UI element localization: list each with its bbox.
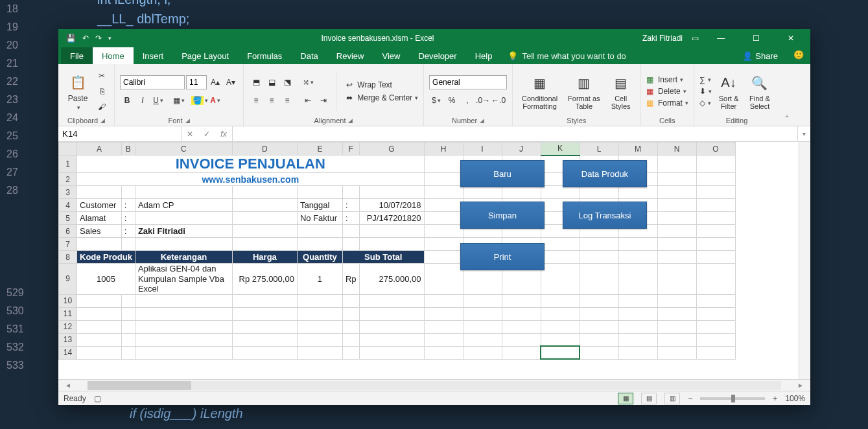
col-header-I[interactable]: I [463,143,502,156]
copy-button[interactable]: ⎘ [95,84,109,99]
cell-B11[interactable] [121,307,135,320]
cell-C8[interactable]: Keterangan [135,251,232,264]
cell-H10[interactable] [424,294,463,307]
cell-I13[interactable] [463,333,502,346]
align-middle-button[interactable]: ⬓ [264,75,279,89]
cell-C7[interactable] [135,238,232,251]
zoom-out-button[interactable]: − [688,394,692,403]
number-format-select[interactable] [429,75,507,89]
align-right-button[interactable]: ≡ [280,93,294,108]
font-dialog-icon[interactable]: ◢ [185,117,190,124]
cell-J3[interactable] [502,186,541,199]
cell-B7[interactable] [121,238,135,251]
cell-G7[interactable] [359,238,424,251]
row-header-10[interactable]: 10 [59,294,77,307]
cell-L3[interactable] [580,186,618,199]
cell-B6[interactable]: : [121,225,135,238]
row-header-13[interactable]: 13 [59,333,77,346]
merge-center-button[interactable]: ⬌ Merge & Center▾ [346,93,418,102]
align-center-button[interactable]: ≡ [264,93,279,108]
col-header-E[interactable]: E [297,143,342,156]
tab-file[interactable]: File [61,47,93,64]
cell-H6[interactable] [424,225,463,238]
cell-K11[interactable] [541,307,580,320]
cell-N4[interactable] [657,199,696,212]
cell-H9[interactable] [424,264,463,295]
cell-O1[interactable] [696,156,735,173]
cell-J11[interactable] [502,307,541,320]
cell-H13[interactable] [424,333,463,346]
cell-E6[interactable] [297,225,342,238]
cell-O9[interactable] [696,264,735,295]
cell-N1[interactable] [657,156,696,173]
row-header-6[interactable]: 6 [59,225,77,238]
row-header-14[interactable]: 14 [59,346,77,359]
cell-O8[interactable] [696,251,735,264]
accounting-format-button[interactable]: $▾ [429,93,443,108]
redo-icon[interactable]: ↷ [95,34,102,43]
cell-E12[interactable] [297,320,342,333]
cell-D3[interactable] [232,186,297,199]
comma-format-button[interactable]: , [460,93,475,108]
row-header-8[interactable]: 8 [59,251,77,264]
cell-H5[interactable] [424,212,463,225]
underline-button[interactable]: U▾ [151,93,165,108]
cell-F4[interactable]: : [342,199,359,212]
cell-A11[interactable] [77,307,122,320]
cell-O7[interactable] [696,238,735,251]
fill-button[interactable]: ⬇▾ [699,87,712,96]
vertical-scrollbar[interactable] [799,142,810,379]
cell-J10[interactable] [502,294,541,307]
cell-G6[interactable] [359,225,424,238]
cell-A14[interactable] [77,346,122,359]
cell-L14[interactable] [580,346,618,359]
cell-G14[interactable] [359,346,424,359]
cell-C14[interactable] [135,346,232,359]
cell-B4[interactable]: : [121,199,135,212]
cell-D5[interactable] [232,212,297,225]
cell-M7[interactable] [618,238,657,251]
clear-button[interactable]: ◇▾ [699,99,712,108]
cell-J13[interactable] [502,333,541,346]
cell-M9[interactable] [618,264,657,295]
cell-E4[interactable]: Tanggal [297,199,342,212]
bold-button[interactable]: B [120,93,134,108]
number-dialog-icon[interactable]: ◢ [480,117,484,124]
cell-N12[interactable] [657,320,696,333]
enter-formula-icon[interactable]: ✓ [198,130,215,139]
cell-H1[interactable] [424,156,463,173]
cell-I11[interactable] [463,307,502,320]
cell-L9[interactable] [580,264,618,295]
clipboard-dialog-icon[interactable]: ◢ [100,117,105,124]
macro-record-icon[interactable]: ▢ [94,394,101,403]
cell-G13[interactable] [359,333,424,346]
decrease-font-button[interactable]: A▾ [224,75,238,89]
fx-icon[interactable]: fx [215,130,232,139]
cell-H2[interactable] [424,173,463,186]
cell-J14[interactable] [502,346,541,359]
format-painter-button[interactable]: 🖌 [95,100,109,114]
sort-filter-button[interactable]: A↓Sort & Filter [714,71,743,111]
cell-C11[interactable] [135,307,232,320]
cell-N11[interactable] [657,307,696,320]
decrease-decimal-button[interactable]: ←.0 [491,93,506,108]
row-header-2[interactable]: 2 [59,173,77,186]
cell-F12[interactable] [342,320,359,333]
cell-O10[interactable] [696,294,735,307]
tab-help[interactable]: Help [466,47,502,64]
feedback-smiley-icon[interactable]: 🙂 [787,47,810,64]
collapse-ribbon-icon[interactable]: ⌃ [779,64,795,126]
wrap-text-button[interactable]: ↩ Wrap Text [346,80,418,89]
cell-K12[interactable] [541,320,580,333]
cell-H14[interactable] [424,346,463,359]
cell-N5[interactable] [657,212,696,225]
cell-N3[interactable] [657,186,696,199]
decrease-indent-button[interactable]: ⇤ [301,93,315,108]
log-transaksi-button[interactable]: Log Transaksi [563,202,647,229]
cell-I14[interactable] [463,346,502,359]
col-header-C[interactable]: C [135,143,232,156]
increase-font-button[interactable]: A▴ [208,75,222,89]
cell-G4[interactable]: 10/07/2018 [359,199,424,212]
cell-C4[interactable]: Adam CP [135,199,232,212]
cell-G11[interactable] [359,307,424,320]
